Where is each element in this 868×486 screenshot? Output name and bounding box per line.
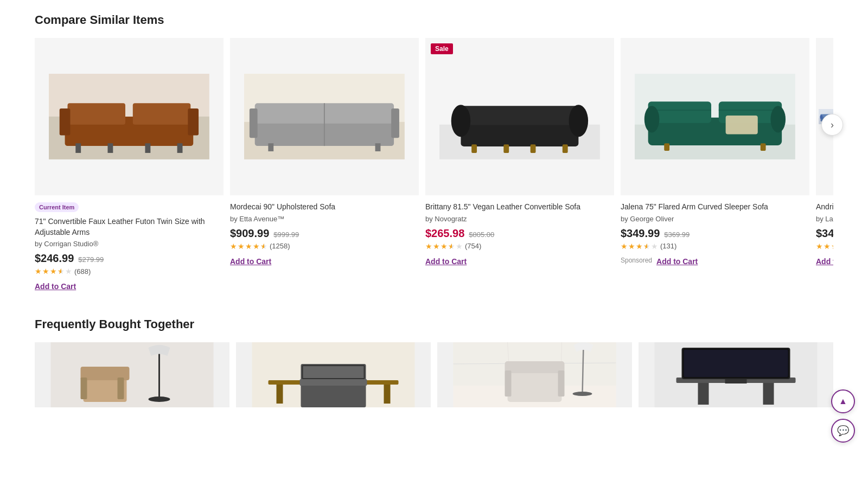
svg-rect-29	[531, 144, 536, 153]
add-to-cart-4[interactable]: Add to Cart	[656, 257, 698, 266]
svg-rect-8	[177, 143, 183, 153]
price-current-4: $349.99	[621, 227, 660, 240]
star-1-2: ★	[42, 267, 49, 276]
compare-section-title: Compare Similar Items	[35, 13, 833, 27]
product-image-4	[621, 38, 809, 195]
star-2-4: ★	[253, 242, 260, 251]
star-2-3: ★	[245, 242, 252, 251]
star-1-5: ★	[65, 267, 72, 276]
fbt-section-title: Frequently Bought Together	[35, 317, 833, 331]
svg-rect-56	[277, 385, 283, 404]
review-count-1: (688)	[74, 267, 91, 276]
float-buttons-container: ▲ 💬	[831, 389, 855, 420]
add-to-cart-5[interactable]: Add to	[816, 257, 833, 266]
stars-row-5: ★ ★ ★ ★	[816, 242, 833, 251]
svg-rect-6	[188, 108, 199, 135]
product-name-2: Mordecai 90" Upholstered Sofa	[230, 202, 419, 213]
product-image-3: Sale	[425, 38, 614, 195]
compare-carousel: Current Item 71" Convertible Faux Leathe…	[35, 38, 833, 291]
price-row-2: $909.99 $999.99	[230, 227, 419, 240]
product-brand-5: by Larl...	[816, 215, 833, 223]
product-card-1: Current Item 71" Convertible Faux Leathe…	[35, 38, 230, 291]
star-5-2: ★	[824, 242, 831, 251]
stars-row-3: ★ ★ ★ ★ ★ (754)	[425, 242, 614, 251]
svg-rect-3	[68, 103, 125, 124]
svg-rect-79	[684, 350, 788, 377]
product-card-3: Sale	[425, 38, 621, 291]
product-brand-4: by George Oliver	[621, 215, 809, 223]
star-4-1: ★	[621, 242, 628, 251]
stars-row-1: ★ ★ ★ ★ ★ (688)	[35, 267, 224, 276]
price-row-5: $346	[816, 227, 833, 240]
product-card-2: Mordecai 90" Upholstered Sofa by Etta Av…	[230, 38, 425, 291]
star-4-5: ★	[651, 242, 658, 251]
svg-rect-28	[503, 144, 509, 153]
star-3-5: ★	[456, 242, 463, 251]
svg-point-72	[573, 392, 592, 396]
svg-point-24	[451, 105, 470, 137]
price-original-2: $999.99	[273, 231, 299, 239]
product-brand-1: by Corrigan Studio®	[35, 240, 224, 248]
svg-rect-76	[763, 383, 774, 405]
price-row-1: $246.99 $279.99	[35, 252, 224, 265]
svg-rect-10	[145, 143, 151, 153]
star-3-4: ★	[448, 242, 455, 251]
svg-rect-52	[81, 378, 87, 399]
stars-4: ★ ★ ★ ★ ★	[621, 242, 658, 251]
svg-rect-26	[471, 144, 477, 153]
star-2-1: ★	[230, 242, 237, 251]
add-to-cart-3[interactable]: Add to Cart	[425, 257, 467, 266]
svg-rect-9	[108, 143, 113, 153]
fbt-item-4	[639, 342, 833, 407]
product-image-1	[35, 38, 224, 195]
svg-rect-18	[268, 143, 273, 151]
price-current-2: $909.99	[230, 227, 269, 240]
svg-point-49	[149, 397, 170, 402]
card-footer-4: Sponsored Add to Cart	[621, 255, 809, 266]
svg-point-37	[644, 106, 660, 132]
svg-point-46	[820, 115, 822, 119]
sponsored-label-4: Sponsored	[621, 257, 652, 264]
review-count-2: (1258)	[270, 242, 290, 250]
add-to-cart-1[interactable]: Add to Cart	[35, 282, 76, 291]
svg-rect-4	[133, 103, 190, 124]
svg-rect-53	[118, 378, 124, 399]
svg-rect-41	[761, 143, 766, 151]
review-count-3: (754)	[465, 242, 481, 250]
star-2-2: ★	[238, 242, 245, 251]
carousel-next-button[interactable]: ›	[821, 114, 843, 136]
svg-rect-57	[384, 385, 391, 404]
price-original-3: $805.00	[469, 231, 494, 239]
scroll-up-button[interactable]: ▲	[831, 389, 855, 413]
stars-row-4: ★ ★ ★ ★ ★ (131)	[621, 242, 809, 251]
star-4-2: ★	[628, 242, 635, 251]
star-1-1: ★	[35, 267, 42, 276]
product-brand-2: by Etta Avenue™	[230, 215, 419, 223]
chat-button[interactable]: 💬	[831, 419, 855, 420]
star-3-2: ★	[433, 242, 440, 251]
price-current-5: $346	[816, 227, 833, 240]
price-current-1: $246.99	[35, 252, 74, 265]
svg-rect-17	[391, 108, 399, 138]
price-original-1: $279.99	[78, 255, 104, 264]
product-name-5: Andrie...	[816, 202, 833, 213]
svg-rect-69	[505, 370, 512, 397]
fbt-grid	[35, 342, 833, 407]
product-image-2	[230, 38, 419, 195]
star-5-1: ★	[816, 242, 823, 251]
product-brand-3: by Novogratz	[425, 215, 614, 223]
fbt-item-3	[437, 342, 632, 407]
product-name-3: Brittany 81.5" Vegan Leather Convertible…	[425, 202, 614, 213]
compare-section: Compare Similar Items	[35, 13, 833, 291]
svg-rect-70	[558, 370, 565, 397]
star-1-3: ★	[50, 267, 57, 276]
price-row-4: $349.99 $369.99	[621, 227, 809, 240]
add-to-cart-2[interactable]: Add to Cart	[230, 257, 271, 266]
svg-rect-27	[563, 144, 568, 153]
stars-1: ★ ★ ★ ★ ★	[35, 267, 72, 276]
product-card-5: Andrie... by Larl... $346 ★ ★ ★ ★ Add to	[816, 38, 833, 291]
svg-rect-60	[303, 366, 364, 378]
svg-rect-5	[60, 108, 71, 135]
product-name-1: 71" Convertible Faux Leather Futon Twin …	[35, 216, 224, 238]
star-2-5: ★	[260, 242, 267, 251]
